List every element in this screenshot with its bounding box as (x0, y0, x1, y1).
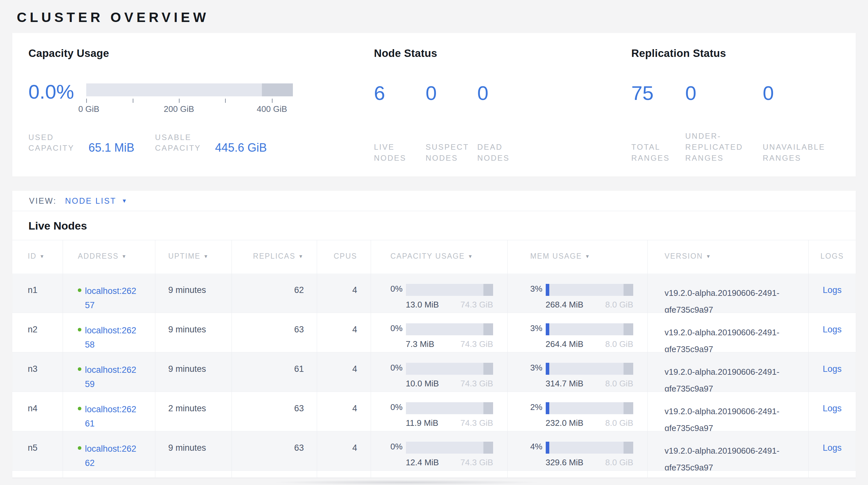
node-logs-cell: Logs (809, 352, 856, 392)
mem-used-value: 329.6 MiB (546, 458, 584, 467)
mem-total-value: 8.0 GiB (605, 300, 633, 310)
column-header-id[interactable]: ID▼ (12, 240, 63, 274)
mem-used-value: 314.7 MiB (546, 379, 584, 389)
partial-next-row (12, 471, 856, 478)
column-header-mem-usage[interactable]: MEM USAGE▼ (507, 240, 648, 274)
live-nodes-value: 6 (374, 84, 423, 102)
node-id-cell: n3 (12, 352, 63, 392)
capacity-bar-cap-segment (484, 323, 493, 335)
used-capacity-label: USED CAPACITY (28, 132, 84, 153)
node-status-title: Node Status (374, 47, 631, 59)
mem-bar-fill (546, 284, 549, 296)
capacity-bar-cap-segment (484, 402, 493, 414)
table-row: n1 localhost:26257 9 minutes 62 4 0% 13.… (12, 274, 856, 313)
replication-status-title: Replication Status (631, 47, 856, 59)
unavailable-ranges-value: 0 (763, 84, 840, 102)
node-address-link[interactable]: localhost:26261 (85, 402, 138, 431)
mem-percent: 4% (530, 442, 542, 451)
capacity-usage-title: Capacity Usage (28, 47, 374, 59)
capacity-usage-cell: 0% 7.3 MiB 74.3 GiB (371, 313, 507, 352)
sort-arrow-icon: ▼ (39, 254, 45, 259)
column-header-address[interactable]: ADDRESS▼ (63, 240, 155, 274)
suspect-nodes-stat: 0 SUSPECT NODES (426, 84, 474, 164)
mem-total-value: 8.0 GiB (605, 458, 633, 467)
capacity-bar-chart: 0 GiB 200 GiB 400 GiB (86, 83, 293, 115)
logs-link[interactable]: Logs (823, 443, 842, 453)
mem-usage-bar (546, 442, 633, 454)
node-cpus-cell: 4 (317, 352, 371, 392)
view-selector-dropdown[interactable]: NODE LIST ▼ (65, 196, 127, 206)
capacity-usage-cell: 0% 12.4 MiB 74.3 GiB (371, 431, 507, 470)
node-replicas-cell: 63 (232, 431, 317, 470)
node-address-cell: localhost:26258 (63, 313, 155, 352)
page-title: CLUSTER OVERVIEW (0, 0, 868, 25)
axis-label-200gib: 200 GiB (164, 104, 194, 114)
capacity-bar-cap-segment (484, 442, 493, 454)
node-address-link[interactable]: localhost:26259 (85, 363, 138, 391)
axis-label-0gib: 0 GiB (78, 104, 99, 114)
mem-percent: 3% (530, 284, 542, 293)
under-replicated-ranges-label: UNDER-REPLICATED RANGES (685, 131, 755, 164)
scroll-shadow (271, 480, 542, 485)
table-row: n4 localhost:26261 2 minutes 63 4 0% 11.… (12, 392, 856, 431)
node-logs-cell: Logs (809, 431, 856, 470)
node-address-link[interactable]: localhost:26262 (85, 442, 138, 470)
sort-arrow-icon: ▼ (585, 254, 590, 259)
mem-usage-bar (546, 402, 633, 414)
node-address-link[interactable]: localhost:26257 (85, 284, 138, 312)
capacity-usage-section: Capacity Usage 0.0% 0 GiB 200 GiB 400 Gi… (28, 47, 374, 176)
mem-bar-cap-segment (624, 402, 633, 414)
capacity-bar-cap-segment (484, 284, 493, 296)
node-address-cell: localhost:26262 (63, 431, 155, 470)
mem-used-value: 268.4 MiB (546, 300, 584, 310)
column-header-uptime[interactable]: UPTIME▼ (155, 240, 232, 274)
node-replicas-cell: 63 (232, 313, 317, 352)
capacity-percent: 0% (391, 363, 403, 372)
column-header-cpus: CPUS (317, 240, 371, 274)
mem-used-value: 232.0 MiB (546, 418, 584, 428)
mem-total-value: 8.0 GiB (605, 339, 633, 349)
capacity-usage-bar (406, 442, 493, 454)
logs-link[interactable]: Logs (823, 403, 842, 413)
sort-arrow-icon: ▼ (299, 254, 304, 259)
dead-nodes-value: 0 (477, 84, 526, 102)
capacity-percent: 0% (391, 284, 403, 293)
column-header-replicas[interactable]: REPLICAS▼ (232, 240, 317, 274)
node-cpus-cell: 4 (317, 392, 371, 431)
mem-percent: 3% (530, 323, 542, 333)
node-address-cell: localhost:26257 (63, 274, 155, 313)
capacity-used-value: 7.3 MiB (406, 339, 434, 349)
mem-total-value: 8.0 GiB (605, 418, 633, 428)
logs-link[interactable]: Logs (823, 325, 842, 334)
mem-usage-cell: 3% 268.4 MiB 8.0 GiB (507, 274, 648, 313)
capacity-axis-ticks (86, 98, 293, 103)
capacity-total-value: 74.3 GiB (461, 339, 493, 349)
table-row: n2 localhost:26258 9 minutes 63 4 0% 7.3… (12, 313, 856, 352)
capacity-percent: 0% (391, 402, 403, 412)
mem-bar-cap-segment (624, 323, 633, 335)
node-cpus-cell: 4 (317, 313, 371, 352)
node-logs-cell: Logs (809, 274, 856, 313)
column-header-capacity-usage[interactable]: CAPACITY USAGE▼ (371, 240, 507, 274)
table-row: n3 localhost:26259 9 minutes 61 4 0% 10.… (12, 352, 856, 392)
capacity-total-value: 74.3 GiB (461, 379, 493, 389)
mem-usage-bar (546, 363, 633, 375)
live-status-dot-icon (78, 367, 82, 371)
node-uptime-cell: 9 minutes (155, 352, 232, 392)
node-uptime-cell: 9 minutes (155, 431, 232, 470)
mem-usage-bar (546, 284, 633, 296)
mem-percent: 2% (530, 402, 542, 412)
node-version-cell: v19.2.0-alpha.20190606-2491-gfe735c9a97 (648, 431, 809, 470)
usable-capacity-label: USABLE CAPACITY (155, 132, 211, 153)
logs-link[interactable]: Logs (823, 364, 842, 374)
column-header-logs: LOGS (809, 240, 856, 274)
capacity-usage-cell: 0% 11.9 MiB 74.3 GiB (371, 392, 507, 431)
mem-bar-cap-segment (624, 363, 633, 375)
capacity-usage-cell: 0% 10.0 MiB 74.3 GiB (371, 352, 507, 392)
column-header-version[interactable]: VERSION▼ (648, 240, 809, 274)
live-nodes-stat: 6 LIVE NODES (374, 84, 423, 164)
capacity-used-value: 10.0 MiB (406, 379, 439, 389)
logs-link[interactable]: Logs (823, 285, 842, 295)
node-address-link[interactable]: localhost:26258 (85, 323, 138, 352)
node-id-cell: n4 (12, 392, 63, 431)
